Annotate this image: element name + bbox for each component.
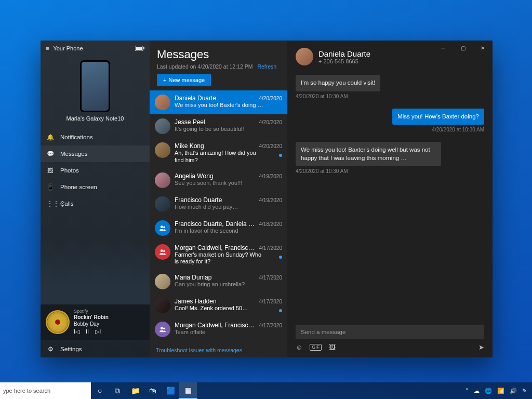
app-title: Your Phone xyxy=(53,45,83,51)
conversation-item[interactable]: Francisco Duarte, Daniela …4/18/2020I'm … xyxy=(150,216,287,240)
refresh-link[interactable]: Refresh xyxy=(257,63,276,70)
conversation-preview: I'm in favor of the second xyxy=(175,228,265,234)
avatar xyxy=(155,244,170,260)
media-source: Spotify xyxy=(74,309,109,314)
hamburger-icon[interactable]: ≡ xyxy=(46,45,49,51)
emoji-icon[interactable]: ☺ xyxy=(296,343,302,351)
device-name: Maria's Galaxy Note10 xyxy=(41,115,150,122)
svg-rect-1 xyxy=(136,47,142,50)
pause-icon[interactable]: II xyxy=(86,328,89,336)
avatar xyxy=(155,142,170,158)
cortana-icon[interactable]: ○ xyxy=(91,382,109,399)
conversation-item[interactable]: Francisco Duarte4/19/2020How much did yo… xyxy=(150,192,287,216)
conversation-preview: Can you bring an umbrella? xyxy=(175,281,265,287)
tray-onedrive-icon[interactable]: ☁ xyxy=(474,388,480,394)
avatar xyxy=(155,322,170,337)
conversation-name: Morgan Caldwell, Francisco … xyxy=(175,244,256,251)
conversation-name: Mike Kong xyxy=(175,142,256,150)
conversation-item[interactable]: Mike Kong4/20/2020Ah, that's amazing! Ho… xyxy=(150,138,287,168)
conversation-name: Angelia Wong xyxy=(175,172,256,180)
svg-point-4 xyxy=(163,226,165,228)
tray-volume-icon[interactable]: 🔊 xyxy=(510,388,517,394)
conversation-item[interactable]: James Hadden4/17/2020Cool! Ms. Zenk orde… xyxy=(150,294,287,317)
nav: 🔔 Notifications 💬 Messages 🖼 Photos 📱 Ph… xyxy=(41,129,150,212)
minimize-button[interactable]: ─ xyxy=(433,41,453,55)
conversation-item[interactable]: Morgan Caldwell, Francisco …4/17/2020Far… xyxy=(150,240,287,270)
store-icon[interactable]: 🛍 xyxy=(144,382,162,399)
svg-point-7 xyxy=(161,327,163,329)
nav-label: Photos xyxy=(60,167,79,174)
avatar xyxy=(155,196,170,212)
conversation-date: 4/17/2020 xyxy=(259,245,283,251)
photo-icon: 🖼 xyxy=(47,167,54,174)
avatar xyxy=(155,172,170,188)
battery-icon xyxy=(135,46,144,51)
conversation-list[interactable]: Daniela Duarte4/20/2020We miss you too! … xyxy=(150,90,287,343)
unread-dot-icon xyxy=(279,154,282,157)
task-view-icon[interactable]: ⧉ xyxy=(109,382,126,399)
plus-icon: + xyxy=(163,77,166,83)
conversation-item[interactable]: Daniela Duarte4/20/2020We miss you too! … xyxy=(150,90,287,114)
conversation-item[interactable]: Morgan Caldwell, Francisco …4/17/2020Tea… xyxy=(150,317,287,341)
tray-wifi-icon[interactable]: 📶 xyxy=(497,388,504,394)
taskbar-search[interactable]: ype here to search xyxy=(0,382,91,399)
unread-dot-icon xyxy=(279,309,282,312)
conversation-name: Morgan Caldwell, Francisco … xyxy=(175,322,256,329)
nav-notifications[interactable]: 🔔 Notifications xyxy=(41,129,150,145)
nav-settings[interactable]: ⚙ Settings xyxy=(41,340,150,357)
conversation-item[interactable]: Angelia Wong4/19/2020See you soon, thank… xyxy=(150,168,287,192)
sidebar: ≡ Your Phone Maria's Galaxy Note10 🔔 Not… xyxy=(41,41,150,357)
next-track-icon[interactable]: ▷I xyxy=(95,328,101,336)
conversation-date: 4/19/2020 xyxy=(259,197,283,203)
edge-icon[interactable]: 🟦 xyxy=(162,382,179,399)
conversation-date: 4/20/2020 xyxy=(259,143,283,149)
nav-label: Phone screen xyxy=(60,184,97,190)
nav-photos[interactable]: 🖼 Photos xyxy=(41,162,150,179)
gif-icon[interactable]: GIF xyxy=(310,344,322,351)
chat-messages[interactable]: I'm so happy you could visit!4/20/2020 a… xyxy=(287,73,493,320)
bell-icon: 🔔 xyxy=(47,134,54,141)
window-controls: ─ ▢ ✕ xyxy=(433,41,493,55)
conversation-date: 4/20/2020 xyxy=(259,119,283,125)
nav-calls[interactable]: ⋮⋮⋮ Calls xyxy=(41,195,150,212)
troubleshoot-link[interactable]: Troubleshoot issues with messages xyxy=(150,343,287,357)
conversation-item[interactable]: Jesse Peel4/20/2020It's going to be so b… xyxy=(150,114,287,138)
svg-point-3 xyxy=(161,225,163,228)
conversation-item[interactable]: Maria Dunlap4/17/2020Can you bring an um… xyxy=(150,270,287,294)
conversation-date: 4/17/2020 xyxy=(259,299,283,304)
image-icon[interactable]: 🖼 xyxy=(329,343,336,351)
app-window: ─ ▢ ✕ ≡ Your Phone Maria's Galaxy Note10… xyxy=(41,41,493,357)
tray-chevron-icon[interactable]: ˄ xyxy=(466,388,469,394)
new-message-button[interactable]: + New message xyxy=(157,74,211,86)
svg-point-8 xyxy=(163,328,165,330)
maximize-button[interactable]: ▢ xyxy=(453,41,473,55)
nav-messages[interactable]: 💬 Messages xyxy=(41,145,150,162)
conversation-date: 4/17/2020 xyxy=(259,275,283,281)
prev-track-icon[interactable]: I◁ xyxy=(74,328,79,336)
conversation-preview: How much did you pay… xyxy=(175,204,265,210)
conversation-date: 4/17/2020 xyxy=(259,323,283,328)
message-input[interactable]: Send a message xyxy=(296,325,484,339)
yourphone-taskbar-icon[interactable]: ▦ xyxy=(179,382,197,399)
tray-network-icon[interactable]: 🌐 xyxy=(485,388,492,394)
message-bubble-incoming: I'm so happy you could visit! xyxy=(296,75,380,91)
media-player: Spotify Rockin' Robin Bobby Day I◁ II ▷I xyxy=(41,304,150,340)
phone-thumbnail[interactable] xyxy=(80,60,110,112)
avatar xyxy=(155,95,170,110)
last-updated: Last updated on 4/20/2020 at 12:12 PM Re… xyxy=(157,63,280,70)
nav-phone-screen[interactable]: 📱 Phone screen xyxy=(41,179,150,195)
conversation-name: Francisco Duarte xyxy=(175,196,256,204)
contact-avatar xyxy=(296,48,313,65)
avatar xyxy=(155,298,170,313)
dialpad-icon: ⋮⋮⋮ xyxy=(47,200,54,207)
svg-rect-2 xyxy=(143,47,144,49)
tray-pen-icon[interactable]: ✎ xyxy=(522,388,527,394)
message-bubble-incoming: We miss you too! Baxter's doing well but… xyxy=(296,142,441,166)
message-timestamp: 4/20/2020 at 10:30 AM xyxy=(296,94,484,99)
taskbar: ype here to search ○ ⧉ 📁 🛍 🟦 ▦ ˄ ☁ 🌐 📶 🔊… xyxy=(0,382,532,399)
explorer-icon[interactable]: 📁 xyxy=(126,382,144,399)
close-button[interactable]: ✕ xyxy=(473,41,493,55)
conversation-preview: Team offsite xyxy=(175,329,265,335)
system-tray: ˄ ☁ 🌐 📶 🔊 ✎ xyxy=(466,388,532,394)
send-icon[interactable]: ➤ xyxy=(478,343,484,351)
